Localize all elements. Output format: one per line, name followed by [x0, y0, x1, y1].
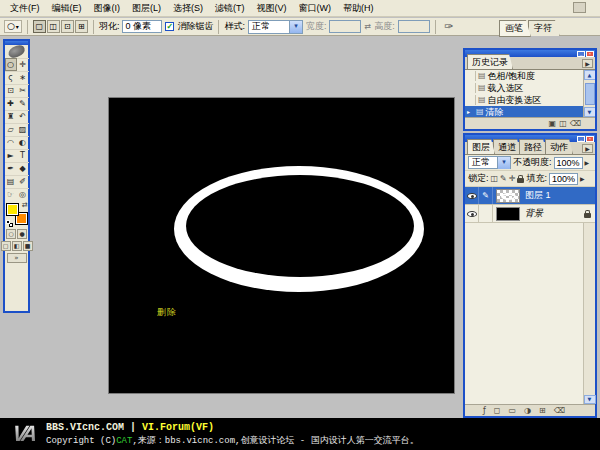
layer-row-background[interactable]: 背景	[465, 205, 595, 223]
history-scrollbar[interactable]: ▲ ▼	[583, 70, 595, 117]
new-selection-button[interactable]: ▢	[33, 20, 46, 33]
well-tab-character[interactable]: 字符	[528, 20, 560, 37]
quick-mask-button[interactable]: ●	[17, 229, 27, 239]
minimize-icon[interactable]: _	[577, 51, 585, 57]
dodge-tool[interactable]: ◐	[17, 136, 29, 149]
eyedropper-tool[interactable]: ✐	[17, 175, 29, 188]
history-item[interactable]: ▤ 载入选区	[465, 82, 583, 94]
adjustment-layer-button[interactable]: ◑	[524, 406, 531, 415]
layers-scrollbar[interactable]: ▼	[583, 223, 595, 404]
document-canvas[interactable]: 删除	[108, 97, 455, 394]
opacity-slider-icon[interactable]: ▶	[585, 160, 590, 166]
delete-layer-button[interactable]: ⌫	[554, 406, 565, 415]
height-input[interactable]	[398, 20, 430, 33]
opacity-value[interactable]: 100%	[554, 157, 583, 169]
new-layer-button[interactable]: ⊞	[539, 406, 546, 415]
history-brush-well[interactable]	[467, 71, 476, 81]
new-snapshot-button[interactable]: ◫	[559, 119, 567, 128]
history-item[interactable]: ▤ 自由变换选区	[465, 94, 583, 106]
scroll-down-icon[interactable]: ▼	[584, 395, 596, 404]
history-brush-tool[interactable]: ↶	[17, 110, 29, 123]
custom-shape-tool[interactable]: ◆	[17, 162, 29, 175]
new-group-button[interactable]: ▭	[508, 406, 516, 415]
pen-tool[interactable]: ✒	[5, 162, 17, 175]
hand-tool[interactable]: ☞	[5, 188, 17, 201]
menu-window[interactable]: 窗口(W)	[293, 0, 338, 17]
fullscreen-menu-button[interactable]: ◧	[12, 241, 22, 251]
default-colors-icon[interactable]	[6, 220, 13, 227]
clone-stamp-tool[interactable]: ♜	[5, 110, 17, 123]
history-item-selected[interactable]: ▸ ▤ 清除	[465, 106, 583, 117]
history-item[interactable]: ▤ 色相/饱和度	[465, 70, 583, 82]
standard-mode-button[interactable]: ○	[6, 229, 16, 239]
link-cell[interactable]	[479, 205, 493, 222]
fullscreen-button[interactable]: ■	[23, 241, 33, 251]
tab-history[interactable]: 历史记录	[467, 54, 513, 69]
slice-tool[interactable]: ✂	[17, 84, 29, 97]
antialias-checkbox[interactable]: ✓	[165, 22, 174, 31]
add-selection-button[interactable]: ◫	[47, 20, 60, 33]
history-brush-well[interactable]	[467, 95, 476, 105]
healing-brush-tool[interactable]: ✚	[5, 97, 17, 110]
lock-all-icon[interactable]	[517, 178, 524, 183]
scroll-down-icon[interactable]: ▼	[584, 107, 596, 117]
layer-row-layer1[interactable]: ✎ 图层 1	[465, 187, 595, 205]
standard-screen-button[interactable]: ▢	[1, 241, 11, 251]
tab-layers[interactable]: 图层	[467, 139, 495, 154]
subtract-selection-button[interactable]: ⊡	[61, 20, 74, 33]
tab-paths[interactable]: 路径	[519, 139, 547, 154]
scrollbar-thumb[interactable]	[585, 83, 595, 105]
layer-name[interactable]: 图层 1	[523, 189, 595, 202]
move-tool[interactable]: ✛	[17, 58, 29, 71]
toggle-brushes-palette-icon[interactable]: ✑	[441, 20, 457, 34]
palette-menu-icon[interactable]: ▶	[582, 144, 593, 153]
style-dropdown[interactable]: 正常 ▾	[248, 20, 303, 34]
minimize-icon[interactable]: _	[577, 136, 585, 142]
well-tab-brushes[interactable]: 画笔	[499, 20, 531, 37]
visibility-toggle[interactable]	[465, 187, 479, 204]
lock-position-icon[interactable]: ✛	[509, 174, 516, 183]
close-icon[interactable]: ×	[586, 51, 594, 57]
blend-mode-dropdown[interactable]: 正常 ▾	[468, 156, 511, 169]
fill-slider-icon[interactable]: ▶	[580, 176, 585, 182]
new-document-from-state-button[interactable]: ▣	[549, 119, 557, 128]
path-selection-tool[interactable]: ►	[5, 149, 17, 162]
gradient-tool[interactable]: ▨	[17, 123, 29, 136]
menu-edit[interactable]: 编辑(E)	[46, 0, 88, 17]
menu-image[interactable]: 图像(I)	[88, 0, 127, 17]
menu-view[interactable]: 视图(V)	[251, 0, 293, 17]
menu-select[interactable]: 选择(S)	[167, 0, 209, 17]
tab-actions[interactable]: 动作	[545, 139, 573, 154]
zoom-tool[interactable]: ◎	[17, 188, 29, 201]
layer-thumbnail[interactable]	[496, 207, 520, 221]
intersect-selection-button[interactable]: ⊞	[75, 20, 88, 33]
add-mask-button[interactable]: ◻	[494, 406, 501, 415]
layer-name[interactable]: 背景	[523, 207, 584, 220]
lock-paint-icon[interactable]: ✎	[500, 174, 507, 183]
toolbox-titlebar[interactable]	[5, 41, 28, 45]
history-brush-well[interactable]	[467, 83, 476, 93]
menu-layer[interactable]: 图层(L)	[126, 0, 167, 17]
palette-menu-icon[interactable]: ▶	[582, 59, 593, 68]
menu-filter[interactable]: 滤镜(T)	[209, 0, 251, 17]
fill-value[interactable]: 100%	[549, 173, 578, 185]
magic-wand-tool[interactable]: ∗	[17, 71, 29, 84]
foreground-color-swatch[interactable]	[6, 203, 19, 216]
swap-colors-icon[interactable]: ⇄	[22, 202, 28, 209]
close-icon[interactable]: ×	[586, 136, 594, 142]
eraser-tool[interactable]: ▱	[5, 123, 17, 136]
elliptical-marquee-tool[interactable]: ○	[5, 58, 17, 71]
menu-file[interactable]: 文件(F)	[4, 0, 46, 17]
width-input[interactable]	[329, 20, 361, 33]
lock-transparency-icon[interactable]: ◫	[491, 174, 499, 183]
menu-bar-corner-button[interactable]	[573, 2, 586, 13]
blur-tool[interactable]: ◠	[5, 136, 17, 149]
layer-thumbnail[interactable]	[496, 189, 520, 203]
brush-tool[interactable]: ✎	[17, 97, 29, 110]
menu-help[interactable]: 帮助(H)	[337, 0, 380, 17]
type-tool[interactable]: T	[17, 149, 29, 162]
visibility-toggle[interactable]	[465, 205, 479, 222]
tab-channels[interactable]: 通道	[493, 139, 521, 154]
feather-input[interactable]: 0 像素	[122, 20, 162, 33]
jump-to-imageready-button[interactable]: »	[7, 253, 27, 263]
